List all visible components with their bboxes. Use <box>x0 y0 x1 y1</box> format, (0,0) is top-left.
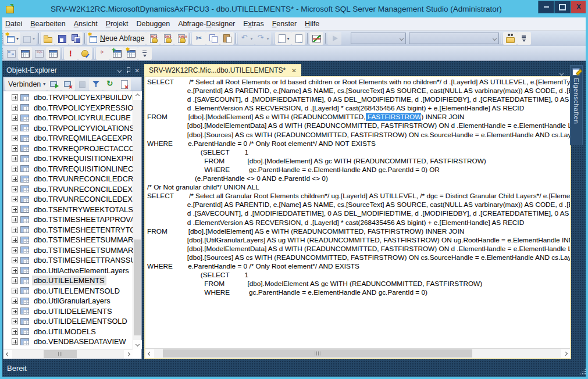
disconnect-button[interactable] <box>61 78 75 91</box>
expand-icon[interactable] <box>12 155 18 162</box>
tree-item[interactable]: dbo.TSTIMESHEETTRANSSUM <box>3 255 133 266</box>
add-table-button[interactable] <box>110 47 124 60</box>
tree-item[interactable]: dbo.TRVREQPROJECTACCOU <box>3 144 133 154</box>
tree-item[interactable]: dbo.UTILIDELEMENTSOLD <box>3 316 133 327</box>
navigate-forward-button[interactable] <box>291 32 305 45</box>
expand-icon[interactable] <box>12 227 18 233</box>
tree-item[interactable]: dbo.TRVPOLICYEXPBUILDVIE <box>3 92 133 103</box>
tree-item[interactable]: dbo.UTILIDELEMENTS <box>3 306 133 317</box>
window-position-icon[interactable] <box>117 68 122 72</box>
tab-close-icon[interactable]: ✕ <box>291 67 296 74</box>
scrollbar-thumb[interactable] <box>163 349 472 357</box>
expand-icon[interactable] <box>12 94 18 101</box>
tree-item[interactable]: dbo.UTILELEMENTS <box>3 276 133 286</box>
tree-item[interactable]: dbo.TSTIMESHEETAPPROVAL <box>3 214 133 225</box>
toolbar-combobox[interactable] <box>409 33 499 44</box>
scroll-up-icon[interactable] <box>133 91 142 100</box>
tree-item[interactable]: dbo.TSTIMESHEETSUMMARY <box>3 245 133 256</box>
expand-icon[interactable] <box>12 247 18 253</box>
tree-item[interactable]: dbo.UTILELEMENTSOLD <box>3 286 133 296</box>
tree-item[interactable]: dbo.TRVUNRECONCILEDEXPI <box>3 184 133 195</box>
tree-item[interactable]: dbo.TRVPOLICYVIOLATIONSI <box>3 123 133 134</box>
mdx-query-button[interactable]: MDX <box>146 32 160 45</box>
toolbar-overflow-button[interactable] <box>517 32 531 45</box>
tree-item[interactable]: dbo.TRVUNRECONCILEDEXPI <box>3 194 133 205</box>
dmx-query-button[interactable]: DMX <box>160 32 174 45</box>
menu-item-extras[interactable]: Extras <box>239 18 268 30</box>
filter-button[interactable] <box>89 78 103 91</box>
expand-icon[interactable] <box>12 328 18 335</box>
expand-icon[interactable] <box>12 277 18 284</box>
new-query-button[interactable]: Neue Abfrage <box>87 32 146 45</box>
expand-icon[interactable] <box>12 135 18 141</box>
tree-item[interactable]: dbo.TSTIMESHEETENTRYTOT <box>3 225 133 235</box>
menu-item-abfragedesigner[interactable]: Abfrage-Designer <box>174 18 239 30</box>
copy-button[interactable] <box>206 32 220 45</box>
close-button[interactable] <box>571 1 587 13</box>
expand-icon[interactable] <box>12 115 18 121</box>
save-all-button[interactable] <box>69 32 83 45</box>
menu-item-datei[interactable]: Datei <box>1 18 26 30</box>
expand-icon[interactable] <box>12 216 18 223</box>
object-explorer-titlebar[interactable]: Objekt-Explorer ✕ <box>3 64 142 77</box>
script-error-button[interactable] <box>117 78 131 91</box>
tree-horizontal-scrollbar[interactable] <box>3 349 133 359</box>
find-in-files-button[interactable] <box>503 32 517 45</box>
connect-button[interactable] <box>47 78 61 91</box>
save-button[interactable] <box>55 32 69 45</box>
new-query-window-button[interactable]: ▾ <box>4 32 20 45</box>
add-derived-table-button[interactable] <box>124 47 138 60</box>
expand-icon[interactable] <box>12 298 18 304</box>
expand-icon[interactable] <box>12 186 18 192</box>
expand-icon[interactable] <box>12 267 18 274</box>
scrollbar-thumb[interactable] <box>44 350 77 358</box>
toolbar-grip[interactable] <box>1 33 3 44</box>
scroll-left-icon[interactable] <box>145 349 154 358</box>
tree-item[interactable]: dbo.TRVPOLICYRULECUBE <box>3 113 133 123</box>
activity-monitor-button[interactable] <box>309 32 323 45</box>
results-pane-button[interactable] <box>46 47 60 60</box>
expand-icon[interactable] <box>12 237 18 243</box>
tree-item[interactable]: dbo.TRVREQUISITIONEXPRES <box>3 153 133 164</box>
toolbar-overflow-button[interactable] <box>138 47 152 60</box>
minimize-button[interactable] <box>538 1 554 13</box>
toolbar-grip[interactable] <box>1 48 3 59</box>
scroll-right-icon[interactable] <box>124 350 133 359</box>
expand-icon[interactable] <box>12 206 18 213</box>
expand-icon[interactable] <box>12 176 18 182</box>
tree-vertical-scrollbar[interactable] <box>133 91 141 349</box>
tree-item[interactable]: dbo.TRVPOLICYEXPRESSIONH <box>3 103 133 113</box>
expand-icon[interactable] <box>12 318 18 324</box>
scroll-down-icon[interactable] <box>133 340 142 349</box>
editor-horizontal-scrollbar[interactable] <box>145 348 570 358</box>
navigate-back-button[interactable]: ▾ <box>275 32 291 45</box>
scroll-right-icon[interactable] <box>561 349 570 358</box>
tree-item[interactable]: dbo.VENDBASEDATAVIEW <box>3 337 133 347</box>
tree-item[interactable]: dbo.TSTIMESHEETSUMMARY <box>3 235 133 245</box>
expand-icon[interactable] <box>12 196 18 202</box>
panel-close-icon[interactable]: ✕ <box>135 67 140 74</box>
expand-icon[interactable] <box>12 257 18 263</box>
tree-item[interactable]: dbo.TRVREQMILEAGEEXPRES <box>3 133 133 144</box>
refresh-button[interactable] <box>103 78 117 91</box>
menu-item-ansicht[interactable]: Ansicht <box>70 18 102 30</box>
resize-grip[interactable] <box>579 368 586 375</box>
tree-item[interactable]: dbo.TRVUNRECONCILEDCRE <box>3 174 133 184</box>
expand-icon[interactable] <box>12 166 18 172</box>
tab-properties[interactable]: Eigenschaften <box>570 65 583 145</box>
expand-icon[interactable] <box>12 125 18 131</box>
pin-icon[interactable] <box>126 67 130 73</box>
menu-item-debuggen[interactable]: Debuggen <box>133 18 174 30</box>
cut-button[interactable] <box>192 32 206 45</box>
menu-item-bearbeiten[interactable]: Bearbeiten <box>26 18 69 30</box>
document-tab[interactable]: SRV-W2K12RC.Mic...dbo.UTILELEMENTS* ✕ <box>144 64 301 76</box>
scroll-left-icon[interactable] <box>3 350 12 359</box>
title-bar[interactable]: SRV-W2K12RC.MicrosoftDynamicsAxFPCU3 - d… <box>0 0 588 17</box>
object-explorer-tree[interactable]: dbo.TRVPOLICYEXPBUILDVIEdbo.TRVPOLICYEXP… <box>3 91 133 349</box>
open-file-button[interactable] <box>41 32 55 45</box>
expand-icon[interactable] <box>12 145 18 152</box>
expand-icon[interactable] <box>12 288 18 294</box>
scrollbar-thumb[interactable] <box>134 239 141 335</box>
tree-item[interactable]: dbo.TSENTRYWEEKTOTALS <box>3 205 133 215</box>
execute-button[interactable] <box>64 47 78 60</box>
